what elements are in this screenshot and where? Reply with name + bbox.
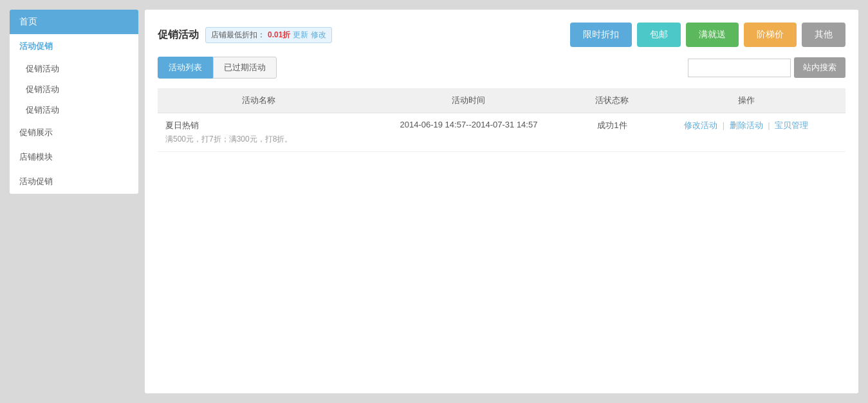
item-manage-link[interactable]: 宝贝管理 [775, 120, 808, 130]
modify-link[interactable]: 修改 [311, 30, 326, 41]
search-input[interactable] [688, 59, 791, 77]
divider2: | [768, 120, 772, 130]
page-title: 促销活动 [158, 28, 199, 42]
tabs: 活动列表 已过期活动 [158, 57, 277, 79]
action-links: 修改活动 | 删除活动 | 宝贝管理 [654, 120, 838, 131]
sidebar-section-activities2[interactable]: 活动促销 [10, 169, 138, 194]
btn-gift[interactable]: 满就送 [686, 23, 739, 47]
tabs-row: 活动列表 已过期活动 站内搜索 [158, 57, 845, 79]
btn-other[interactable]: 其他 [802, 23, 845, 47]
btn-free-shipping[interactable]: 包邮 [637, 23, 681, 47]
search-button[interactable]: 站内搜索 [794, 57, 845, 78]
activity-table: 活动名称 活动时间 活状态称 操作 夏日热销 满500元，打7折；满300元，打… [158, 88, 845, 152]
sidebar-section-activities[interactable]: 活动促销 [10, 34, 138, 59]
col-name: 活动名称 [158, 88, 360, 113]
divider1: | [723, 120, 727, 130]
discount-value: 0.01折 [268, 30, 290, 41]
sidebar-item-promo3[interactable]: 促销活动 [10, 100, 138, 120]
activity-time: 2014-06-19 14:57--2014-07-31 14:57 [360, 113, 577, 152]
activity-desc: 满500元，打7折；满300元，打8折。 [165, 134, 352, 145]
main-content: 促销活动 店铺最低折扣： 0.01折 更新 修改 限时折扣 包邮 满就送 阶梯价… [145, 10, 858, 393]
col-actions: 操作 [647, 88, 845, 113]
col-time: 活动时间 [360, 88, 577, 113]
btn-flash-sale[interactable]: 限时折扣 [570, 23, 632, 47]
header-left: 促销活动 店铺最低折扣： 0.01折 更新 修改 [158, 27, 332, 43]
action-buttons: 限时折扣 包邮 满就送 阶梯价 其他 [570, 23, 845, 47]
sidebar-item-promo2[interactable]: 促销活动 [10, 79, 138, 100]
store-discount-badge: 店铺最低折扣： 0.01折 更新 修改 [205, 27, 332, 43]
activity-actions-cell: 修改活动 | 删除活动 | 宝贝管理 [647, 113, 845, 152]
modify-activity-link[interactable]: 修改活动 [684, 120, 717, 130]
store-discount-prefix: 店铺最低折扣： [211, 30, 265, 41]
sidebar-item-promo1[interactable]: 促销活动 [10, 59, 138, 79]
activity-status: 成功1件 [577, 113, 647, 152]
search-area: 站内搜索 [688, 57, 845, 78]
table-header-row: 活动名称 活动时间 活状态称 操作 [158, 88, 845, 113]
sidebar: 首页 活动促销 促销活动 促销活动 促销活动 促销展示 店铺模块 活动促销 [10, 10, 138, 194]
table-row: 夏日热销 满500元，打7折；满300元，打8折。 2014-06-19 14:… [158, 113, 845, 152]
activity-name: 夏日热销 [165, 120, 352, 131]
btn-tier-price[interactable]: 阶梯价 [744, 23, 797, 47]
update-link[interactable]: 更新 [293, 30, 308, 41]
tab-activity-list[interactable]: 活动列表 [158, 57, 213, 79]
sidebar-section-display[interactable]: 促销展示 [10, 120, 138, 145]
col-status: 活状态称 [577, 88, 647, 113]
sidebar-home[interactable]: 首页 [10, 10, 138, 34]
sidebar-section-module[interactable]: 店铺模块 [10, 145, 138, 169]
activity-name-cell: 夏日热销 满500元，打7折；满300元，打8折。 [158, 113, 360, 152]
delete-activity-link[interactable]: 删除活动 [730, 120, 763, 130]
tab-expired-activity[interactable]: 已过期活动 [213, 57, 277, 79]
header-row: 促销活动 店铺最低折扣： 0.01折 更新 修改 限时折扣 包邮 满就送 阶梯价… [158, 23, 845, 47]
